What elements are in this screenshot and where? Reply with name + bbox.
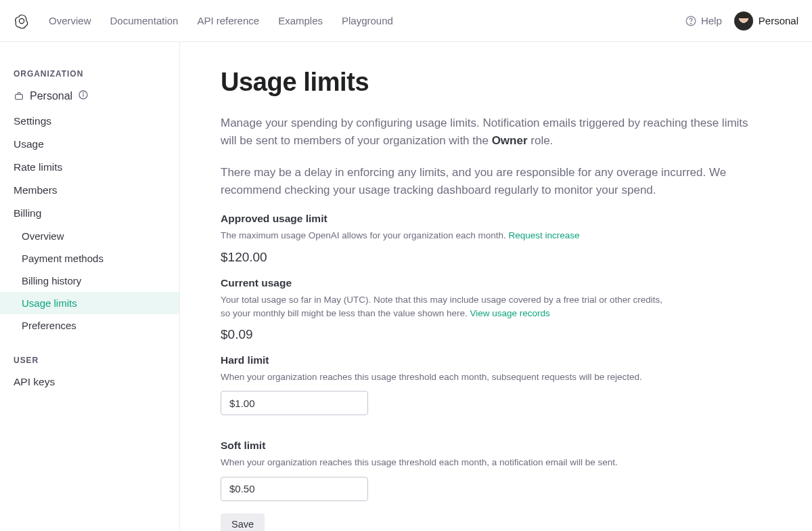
hard-desc: When your organization reaches this usag…: [221, 370, 667, 384]
svg-point-5: [83, 93, 84, 93]
current-value: $0.09: [221, 327, 762, 342]
approved-value: $120.00: [221, 250, 762, 265]
help-icon: [685, 15, 697, 27]
sidebar-billing-payment-methods[interactable]: Payment methods: [0, 247, 179, 270]
help-link[interactable]: Help: [685, 15, 722, 27]
current-usage-section: Current usage Your total usage so far in…: [221, 277, 762, 343]
header-right: Help Personal: [685, 12, 798, 30]
approved-desc: The maximum usage OpenAI allows for your…: [221, 229, 667, 242]
sidebar-org-label: ORGANIZATION: [0, 64, 179, 84]
sidebar-members[interactable]: Members: [0, 179, 179, 202]
intro-paragraph-1: Manage your spending by configuring usag…: [221, 114, 762, 150]
intro-owner-bold: Owner: [492, 134, 528, 147]
briefcase-icon: [14, 91, 24, 102]
main-content: Usage limits Manage your spending by con…: [180, 42, 762, 531]
svg-point-0: [19, 18, 24, 23]
hard-limit-section: Hard limit When your organization reache…: [221, 354, 762, 427]
account-menu[interactable]: Personal: [734, 12, 798, 30]
approved-desc-text: The maximum usage OpenAI allows for your…: [221, 230, 508, 240]
svg-point-2: [690, 23, 691, 24]
sidebar-rate-limits[interactable]: Rate limits: [0, 156, 179, 179]
soft-desc: When your organization reaches this usag…: [221, 456, 667, 469]
nav-playground[interactable]: Playground: [342, 15, 393, 26]
current-heading: Current usage: [221, 277, 762, 289]
help-label: Help: [701, 15, 722, 26]
sidebar-settings[interactable]: Settings: [0, 110, 179, 133]
sidebar-billing-preferences[interactable]: Preferences: [0, 314, 179, 337]
request-increase-link[interactable]: Request increase: [508, 230, 579, 240]
openai-logo[interactable]: [14, 13, 30, 29]
sidebar: ORGANIZATION Personal Settings Usage Rat…: [0, 42, 180, 531]
nav-api-reference[interactable]: API reference: [197, 15, 259, 26]
nav-documentation[interactable]: Documentation: [110, 15, 179, 26]
org-info-icon[interactable]: [78, 89, 89, 103]
sidebar-org-name: Personal: [30, 90, 72, 102]
view-usage-records-link[interactable]: View usage records: [470, 308, 549, 318]
intro-text-tail: role.: [528, 134, 554, 147]
top-nav: Overview Documentation API reference Exa…: [49, 15, 685, 26]
approved-usage-section: Approved usage limit The maximum usage O…: [221, 213, 762, 264]
current-desc: Your total usage so far in May (UTC). No…: [221, 293, 667, 321]
hard-limit-input[interactable]: [221, 391, 368, 415]
current-desc-text: Your total usage so far in May (UTC). No…: [221, 295, 662, 318]
soft-limit-section: Soft limit When your organization reache…: [221, 440, 762, 513]
svg-rect-3: [16, 94, 23, 99]
intro-block: Manage your spending by configuring usag…: [221, 114, 762, 199]
page-title: Usage limits: [221, 68, 762, 97]
account-label: Personal: [759, 15, 798, 26]
nav-overview[interactable]: Overview: [49, 15, 91, 26]
sidebar-usage[interactable]: Usage: [0, 133, 179, 156]
top-header: Overview Documentation API reference Exa…: [0, 0, 812, 42]
openai-logo-icon: [14, 13, 30, 29]
hard-heading: Hard limit: [221, 354, 762, 366]
soft-limit-input[interactable]: [221, 477, 368, 501]
sidebar-user-label: USER: [0, 350, 179, 370]
intro-paragraph-2: There may be a delay in enforcing any li…: [221, 164, 762, 200]
sidebar-billing-overview[interactable]: Overview: [0, 225, 179, 247]
info-icon: [78, 89, 89, 100]
save-button[interactable]: Save: [221, 513, 265, 531]
avatar: [734, 12, 753, 30]
sidebar-billing-usage-limits[interactable]: Usage limits: [0, 292, 179, 314]
layout: ORGANIZATION Personal Settings Usage Rat…: [0, 42, 812, 531]
nav-examples[interactable]: Examples: [278, 15, 323, 26]
intro-text: Manage your spending by configuring usag…: [221, 116, 748, 147]
sidebar-org-row[interactable]: Personal: [0, 84, 179, 110]
sidebar-billing[interactable]: Billing: [0, 202, 179, 225]
sidebar-billing-history[interactable]: Billing history: [0, 270, 179, 292]
approved-heading: Approved usage limit: [221, 213, 762, 225]
sidebar-api-keys[interactable]: API keys: [0, 370, 179, 394]
soft-heading: Soft limit: [221, 440, 762, 452]
